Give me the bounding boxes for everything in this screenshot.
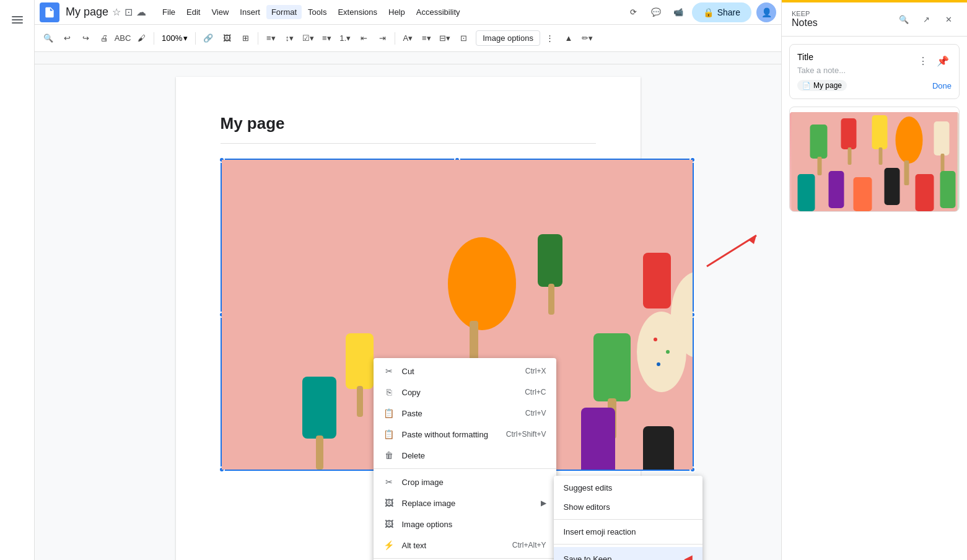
svg-rect-37 [941, 154, 945, 172]
insert-image-icon[interactable]: 🖼 [218, 30, 235, 47]
svg-point-23 [666, 350, 670, 354]
chevron-up-icon[interactable]: ▲ [560, 30, 577, 47]
svg-rect-31 [848, 147, 852, 165]
menu-help[interactable]: Help [383, 5, 410, 19]
highlight-icon[interactable]: A▾ [399, 30, 416, 47]
cm-paste[interactable]: 📋 Paste Ctrl+V [374, 403, 556, 424]
indent-more-icon[interactable]: ⇥ [374, 30, 391, 47]
folder-icon[interactable]: ⊡ [125, 6, 133, 18]
image-options-cm-icon: 🖼 [383, 518, 395, 530]
cm-copy[interactable]: ⎘ Copy Ctrl+C [374, 382, 556, 403]
column-icon[interactable]: ⊟▾ [436, 30, 453, 47]
sidebar-open-icon[interactable]: ↗ [917, 11, 935, 28]
separator2 [195, 32, 196, 45]
left-sidebar [0, 0, 35, 560]
image-container[interactable]: ✂ Cut Ctrl+X ⎘ Copy Ctrl+C 📋 Paste Ctrl+… [221, 159, 694, 471]
cm-crop[interactable]: ✂ Crop image [374, 471, 556, 492]
note-pin-icon[interactable]: 📌 [934, 52, 952, 69]
doc-body: My page [35, 64, 781, 560]
my-page-chip-label: My page [813, 81, 842, 90]
cm-image-options[interactable]: 🖼 Image options [374, 514, 556, 535]
doc-page: My page [176, 77, 641, 560]
delete-icon: 🗑 [383, 450, 395, 461]
cm-suggest-edits[interactable]: Suggest edits [554, 478, 702, 497]
note-card: Title Take a note... ⋮ 📌 📄 My page Done [789, 44, 960, 99]
context-menu-secondary: Suggest edits Show editors Insert emoji … [554, 476, 702, 560]
cm-delete[interactable]: 🗑 Delete [374, 445, 556, 466]
menu-extensions[interactable]: Extensions [333, 5, 382, 19]
bullet-list-icon[interactable]: ≡▾ [318, 30, 335, 47]
doc-title[interactable]: My page [66, 6, 108, 19]
svg-rect-39 [829, 171, 844, 208]
menu-file[interactable]: File [157, 5, 180, 19]
cm-cut[interactable]: ✂ Cut Ctrl+X [374, 361, 556, 382]
cm-alt-text[interactable]: ⚡ Alt text Ctrl+Alt+Y [374, 535, 556, 556]
cloud-icon[interactable]: ☁ [136, 6, 146, 18]
cm-replace-image[interactable]: 🖼 Replace image ▶ [374, 492, 556, 514]
image-options-toolbar-btn[interactable]: Image options [476, 30, 540, 46]
ruler [35, 52, 781, 64]
num-list-icon[interactable]: 1.▾ [336, 30, 354, 47]
doc-divider [221, 143, 596, 144]
meet-icon[interactable]: 📹 [670, 4, 687, 21]
print-icon[interactable]: 🖨 [95, 30, 113, 47]
svg-rect-0 [12, 16, 23, 17]
app-logo [40, 2, 59, 22]
search-tb-icon[interactable]: 🔍 [40, 30, 57, 47]
avatar[interactable]: 👤 [756, 2, 776, 22]
cm-insert-emoji[interactable]: Insert emoji reaction [554, 522, 702, 541]
menu-tools[interactable]: Tools [303, 5, 331, 19]
cm-show-editors[interactable]: Show editors [554, 497, 702, 517]
more-icon[interactable]: ⋮ [541, 30, 559, 47]
svg-rect-38 [798, 174, 815, 211]
note-more-icon[interactable]: ⋮ [914, 52, 932, 69]
crop-icon[interactable]: ⊡ [455, 30, 472, 47]
undo-icon[interactable]: ↩ [58, 30, 76, 47]
svg-rect-26 [548, 284, 554, 315]
done-button[interactable]: Done [932, 81, 952, 90]
history-icon[interactable]: ⟳ [625, 4, 642, 21]
note-placeholder: Take a note... [797, 66, 846, 75]
sidebar-header-icons: 🔍 ↗ ✕ [895, 11, 957, 28]
sidebar-close-icon[interactable]: ✕ [940, 11, 957, 28]
hamburger-icon[interactable] [5, 7, 30, 32]
lock-icon: 🔒 [703, 7, 714, 17]
paste-icon: 📋 [383, 408, 395, 419]
share-button[interactable]: 🔒 Share [692, 2, 751, 22]
text-align-icon[interactable]: ≡▾ [418, 30, 435, 47]
pen-icon[interactable]: ✏▾ [579, 30, 596, 47]
svg-rect-42 [916, 174, 934, 211]
zoom-control[interactable]: 100% ▾ [158, 33, 191, 43]
insert-table-icon[interactable]: ⊞ [237, 30, 254, 47]
cm-paste-plain[interactable]: 📋 Paste without formatting Ctrl+Shift+V [374, 424, 556, 445]
comment-icon[interactable]: 💬 [647, 4, 665, 21]
redo-icon[interactable]: ↪ [77, 30, 94, 47]
link-icon[interactable]: 🔗 [199, 30, 217, 47]
svg-point-22 [654, 338, 657, 341]
star-icon[interactable]: ☆ [112, 6, 121, 18]
line-spacing-icon[interactable]: ↕▾ [281, 30, 298, 47]
menu-edit[interactable]: Edit [182, 5, 205, 19]
menu-accessibility[interactable]: Accessibility [411, 5, 465, 19]
svg-rect-9 [316, 435, 323, 470]
paint-format-icon[interactable]: 🖌 [133, 30, 150, 47]
cm-save-to-keep[interactable]: Save to Keep ◀ [554, 547, 702, 560]
my-page-chip[interactable]: 📄 My page [797, 80, 847, 91]
main-area: My page ☆ ⊡ ☁ File Edit View Insert Form… [35, 0, 781, 560]
replace-image-icon: 🖼 [383, 497, 395, 509]
note-title: Title [797, 52, 846, 62]
spellcheck-icon[interactable]: ABC [114, 30, 131, 47]
menu-view[interactable]: View [206, 5, 234, 19]
menu-format[interactable]: Format [266, 5, 302, 19]
indent-less-icon[interactable]: ⇤ [355, 30, 372, 47]
menu-insert[interactable]: Insert [235, 5, 265, 19]
menu-bar: My page ☆ ⊡ ☁ File Edit View Insert Form… [35, 0, 781, 25]
checklist-icon[interactable]: ☑▾ [299, 30, 317, 47]
zoom-value: 100% [162, 33, 182, 43]
note-image-card[interactable] [789, 107, 960, 212]
align-icon[interactable]: ≡▾ [262, 30, 279, 47]
sidebar-search-icon[interactable]: 🔍 [895, 11, 912, 28]
svg-rect-8 [302, 377, 336, 439]
svg-rect-35 [904, 160, 909, 185]
replace-arrow: ▶ [541, 499, 546, 507]
